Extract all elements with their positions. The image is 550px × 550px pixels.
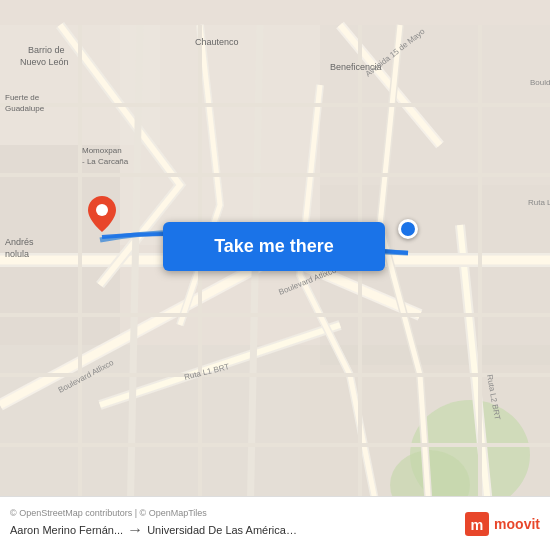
svg-text:Andrés: Andrés xyxy=(5,237,34,247)
svg-text:Ruta L2: Ruta L2 xyxy=(528,198,550,207)
map-container: Barrio de Nuevo León Chautenco Beneficen… xyxy=(0,0,550,550)
attribution-text: © OpenStreetMap contributors | © OpenMap… xyxy=(10,508,207,518)
svg-text:Barrio de: Barrio de xyxy=(28,45,65,55)
map-background: Barrio de Nuevo León Chautenco Beneficen… xyxy=(0,0,550,550)
svg-text:- La Carcaña: - La Carcaña xyxy=(82,157,129,166)
svg-text:Chautenco: Chautenco xyxy=(195,37,239,47)
destination-marker xyxy=(398,219,418,239)
moovit-text: moovit xyxy=(494,516,540,532)
svg-rect-5 xyxy=(320,185,550,365)
svg-text:Nuevo León: Nuevo León xyxy=(20,57,69,67)
origin-label: Aaron Merino Fernán... xyxy=(10,524,123,536)
app: Barrio de Nuevo León Chautenco Beneficen… xyxy=(0,0,550,550)
svg-text:Bould: Bould xyxy=(530,78,550,87)
moovit-logo-icon: m xyxy=(465,512,489,536)
moovit-logo: m moovit xyxy=(465,512,540,536)
destination-label: Universidad De Las Américas... xyxy=(147,524,297,536)
svg-point-36 xyxy=(96,204,108,216)
svg-text:Guadalupe: Guadalupe xyxy=(5,104,45,113)
svg-text:Fuerte de: Fuerte de xyxy=(5,93,40,102)
bottom-bar: © OpenStreetMap contributors | © OpenMap… xyxy=(0,496,550,550)
svg-text:Momoxpan: Momoxpan xyxy=(82,146,122,155)
take-me-there-button[interactable]: Take me there xyxy=(163,222,385,271)
bottom-content: © OpenStreetMap contributors | © OpenMap… xyxy=(10,508,540,539)
arrow-icon: → xyxy=(127,521,143,539)
origin-marker xyxy=(88,196,116,232)
svg-text:nolula: nolula xyxy=(5,249,29,259)
svg-text:m: m xyxy=(471,516,484,532)
